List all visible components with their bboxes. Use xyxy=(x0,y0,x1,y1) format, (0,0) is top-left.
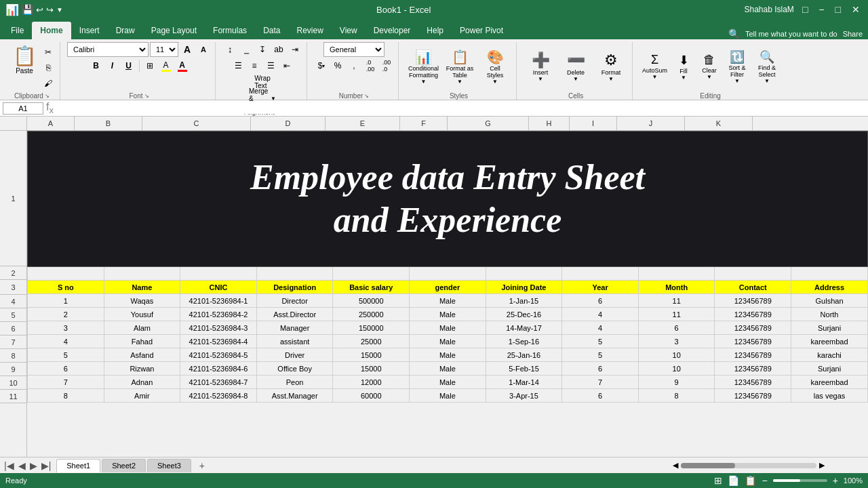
copy-button[interactable]: ⎘ xyxy=(41,60,56,75)
orientation-button[interactable]: ab xyxy=(271,42,286,57)
cell-reference[interactable] xyxy=(3,102,43,115)
sheet-tab-sheet3[interactable]: Sheet3 xyxy=(147,459,191,472)
tab-developer[interactable]: Developer xyxy=(366,22,419,39)
corner-cell[interactable] xyxy=(0,117,27,130)
cut-button[interactable]: ✂ xyxy=(41,45,56,60)
increase-indent-button[interactable]: ⇥ xyxy=(288,42,302,57)
tab-help[interactable]: Help xyxy=(418,22,452,39)
find-dropdown-icon[interactable]: ▼ xyxy=(764,78,770,84)
align-left-button[interactable]: ☰ xyxy=(231,58,245,73)
row-header-1[interactable]: 1 xyxy=(0,131,26,266)
align-middle-button[interactable]: ⎯ xyxy=(239,42,254,57)
col-header-B[interactable]: B xyxy=(75,117,142,130)
tab-draw[interactable]: Draw xyxy=(108,22,143,39)
row-header-9[interactable]: 9 xyxy=(0,363,26,376)
percent-button[interactable]: % xyxy=(330,58,345,73)
scroll-left-icon[interactable]: ◀ xyxy=(673,461,678,470)
format-as-table-button[interactable]: 📋 Format asTable ▼ xyxy=(443,47,477,85)
row-header-2[interactable]: 2 xyxy=(0,266,26,280)
col-header-J[interactable]: J xyxy=(617,117,685,130)
page-break-view-icon[interactable]: 📋 xyxy=(745,475,756,486)
number-format-select[interactable]: General xyxy=(323,42,384,57)
clear-button[interactable]: 🗑 Clear ▼ xyxy=(697,47,722,85)
zoom-out-icon[interactable]: − xyxy=(762,475,767,486)
font-size-select[interactable]: 11 xyxy=(150,42,178,57)
tab-review[interactable]: Review xyxy=(288,22,331,39)
font-name-select[interactable]: Calibri xyxy=(67,42,149,57)
dialog-launcher-icon[interactable]: ↘ xyxy=(45,93,50,99)
close-btn[interactable]: ✕ xyxy=(849,4,863,15)
underline-button[interactable]: U xyxy=(121,59,136,73)
row-header-6[interactable]: 6 xyxy=(0,322,26,336)
col-header-H[interactable]: H xyxy=(529,117,570,130)
header-month[interactable]: Month xyxy=(638,281,715,294)
header-gender[interactable]: gender xyxy=(410,281,486,294)
tab-power-pivot[interactable]: Power Pivot xyxy=(452,22,511,39)
page-layout-view-icon[interactable]: 📄 xyxy=(728,475,739,486)
autosum-button[interactable]: Σ AutoSum ▼ xyxy=(639,47,670,85)
format-button[interactable]: ⚙ Format ▼ xyxy=(594,47,628,85)
add-sheet-button[interactable]: + xyxy=(195,459,209,472)
tab-insert[interactable]: Insert xyxy=(71,22,108,39)
minimize-btn[interactable]: − xyxy=(816,4,827,15)
font-shrink-button[interactable]: A xyxy=(196,42,211,57)
col-header-G[interactable]: G xyxy=(448,117,529,130)
decrease-indent-button[interactable]: ⇤ xyxy=(279,58,294,73)
font-dialog-icon[interactable]: ↘ xyxy=(144,93,149,99)
number-dialog-icon[interactable]: ↘ xyxy=(364,93,369,99)
row-header-11[interactable]: 11 xyxy=(0,390,26,403)
conditional-formatting-button[interactable]: 📊 ConditionalFormatting ▼ xyxy=(406,47,441,85)
tab-home[interactable]: Home xyxy=(32,22,71,39)
sheet-tab-sheet1[interactable]: Sheet1 xyxy=(56,459,100,472)
row-header-3[interactable]: 3 xyxy=(0,280,26,295)
autosum-dropdown-icon[interactable]: ▼ xyxy=(652,74,658,80)
fill-dropdown-icon[interactable]: ▼ xyxy=(681,75,686,81)
header-contact[interactable]: Contact xyxy=(715,281,791,294)
header-joining[interactable]: Joining Date xyxy=(486,281,562,294)
tab-page-layout[interactable]: Page Layout xyxy=(143,22,205,39)
share-button[interactable]: Share xyxy=(843,30,863,38)
maximize-btn[interactable]: □ xyxy=(833,4,844,15)
header-sno[interactable]: S no xyxy=(28,281,104,294)
clear-dropdown-icon[interactable]: ▼ xyxy=(707,74,712,80)
row-header-4[interactable]: 4 xyxy=(0,295,26,308)
header-name[interactable]: Name xyxy=(104,281,180,294)
col-header-F[interactable]: F xyxy=(400,117,448,130)
col-header-C[interactable]: C xyxy=(142,117,251,130)
comma-button[interactable]: , xyxy=(347,58,361,73)
align-top-button[interactable]: ↨ xyxy=(222,42,237,57)
align-center-button[interactable]: ≡ xyxy=(247,58,262,73)
normal-view-icon[interactable]: ⊞ xyxy=(714,475,722,486)
fill-color-button[interactable]: A xyxy=(159,58,174,73)
format-painter-button[interactable]: 🖌 xyxy=(41,76,56,91)
format-table-dropdown-icon[interactable]: ▼ xyxy=(457,79,462,85)
cond-format-dropdown-icon[interactable]: ▼ xyxy=(421,79,427,85)
quick-access-undo[interactable]: ↩ xyxy=(36,5,43,15)
scroll-right-icon[interactable]: ▶ xyxy=(819,461,825,470)
cell-styles-dropdown-icon[interactable]: ▼ xyxy=(492,79,498,85)
sheet-nav-last[interactable]: ▶| xyxy=(40,459,53,472)
bold-button[interactable]: B xyxy=(89,59,104,73)
tab-file[interactable]: File xyxy=(3,22,32,39)
paste-button[interactable]: 📋 Paste xyxy=(8,42,41,77)
col-header-A[interactable]: A xyxy=(27,117,75,130)
header-address[interactable]: Address xyxy=(791,281,868,294)
merge-dropdown-icon[interactable]: ▼ xyxy=(271,96,276,102)
header-salary[interactable]: Basic salary xyxy=(333,281,410,294)
font-grow-button[interactable]: A xyxy=(180,42,195,57)
sheet-nav-first[interactable]: |◀ xyxy=(3,459,16,472)
align-right-button[interactable]: ☰ xyxy=(263,58,278,73)
row-header-5[interactable]: 5 xyxy=(0,308,26,322)
sheet-tab-sheet2[interactable]: Sheet2 xyxy=(102,459,146,472)
sheet-nav-prev[interactable]: ◀ xyxy=(17,459,27,472)
find-select-button[interactable]: 🔍 Find &Select ▼ xyxy=(753,47,781,85)
zoom-in-icon[interactable]: + xyxy=(833,475,838,486)
horizontal-scrollbar[interactable]: ◀ ▶ xyxy=(673,461,825,470)
formula-input[interactable] xyxy=(56,103,865,114)
borders-button[interactable]: ⊞ xyxy=(142,58,157,73)
fill-button[interactable]: ⬇ Fill ▼ xyxy=(671,47,696,85)
cell-styles-button[interactable]: 🎨 CellStyles ▼ xyxy=(478,47,512,85)
sheet-nav-next[interactable]: ▶ xyxy=(28,459,39,472)
quick-access-customize[interactable]: ▼ xyxy=(56,6,63,14)
header-year[interactable]: Year xyxy=(562,281,639,294)
